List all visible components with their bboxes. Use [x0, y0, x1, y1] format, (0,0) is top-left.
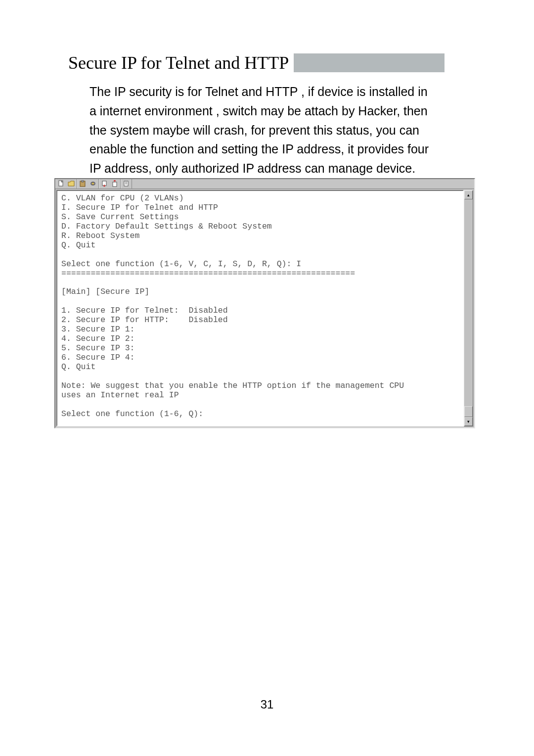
scroll-thumb[interactable]	[464, 406, 473, 417]
terminal-output: C. VLAN for CPU (2 VLANs) I. Secure IP f…	[56, 190, 464, 426]
section-heading-row: Secure IP for Telnet and HTTP	[68, 52, 534, 73]
send-icon[interactable]	[99, 179, 110, 189]
scroll-track[interactable]	[464, 199, 473, 417]
terminal-toolbar	[55, 179, 474, 189]
svg-rect-5	[113, 182, 117, 187]
scroll-down-button[interactable]: ▾	[464, 417, 473, 426]
heading-accent-bar	[294, 53, 445, 72]
page-number: 31	[0, 698, 534, 711]
section-body-text: The IP security is for Telnet and HTTP ,…	[89, 82, 436, 178]
new-file-icon[interactable]	[56, 179, 66, 189]
paste-icon[interactable]	[78, 179, 88, 189]
scroll-up-button[interactable]: ▴	[464, 190, 473, 199]
svg-point-3	[92, 183, 94, 185]
vertical-scrollbar[interactable]: ▴ ▾	[464, 190, 473, 426]
open-file-icon[interactable]	[66, 179, 77, 189]
section-heading: Secure IP for Telnet and HTTP	[68, 52, 294, 73]
terminal-window: C. VLAN for CPU (2 VLANs) I. Secure IP f…	[54, 178, 475, 428]
receive-icon[interactable]	[110, 179, 120, 189]
connect-icon[interactable]	[88, 179, 98, 189]
properties-icon[interactable]	[121, 179, 132, 189]
svg-rect-2	[82, 181, 84, 182]
